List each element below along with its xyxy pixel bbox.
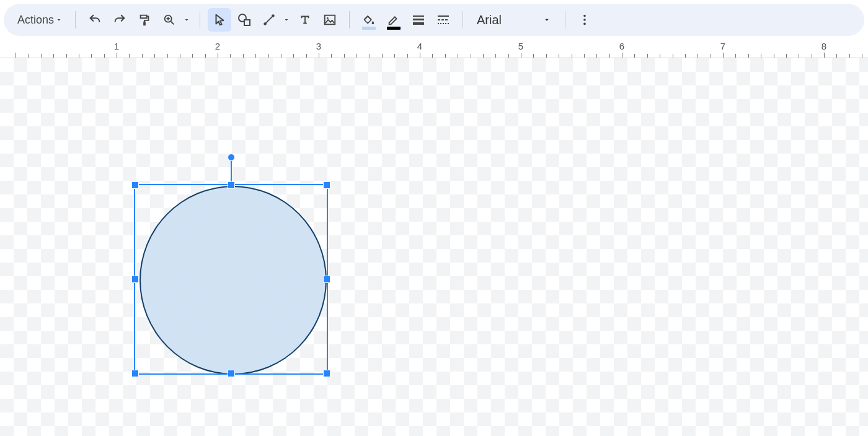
more-options-button[interactable] xyxy=(573,8,596,32)
svg-rect-22 xyxy=(448,23,449,24)
resize-handle-ne[interactable] xyxy=(323,181,330,189)
svg-rect-20 xyxy=(443,23,444,24)
line-dash-icon xyxy=(436,12,451,27)
separator xyxy=(75,11,76,28)
toolbar: Actions xyxy=(4,4,864,36)
line-tool-button[interactable] xyxy=(257,8,281,32)
svg-rect-19 xyxy=(440,23,441,24)
caret-down-icon xyxy=(283,16,290,24)
zoom-button[interactable] xyxy=(157,8,181,32)
svg-rect-9 xyxy=(325,15,335,25)
svg-line-6 xyxy=(265,16,273,24)
select-tool-button[interactable] xyxy=(208,8,231,32)
svg-line-1 xyxy=(171,22,174,25)
line-tool-group xyxy=(257,8,292,32)
redo-button[interactable] xyxy=(108,8,131,32)
fill-color-button[interactable] xyxy=(357,8,381,32)
cursor-icon xyxy=(213,13,226,27)
svg-point-24 xyxy=(583,19,586,21)
shapes-icon xyxy=(237,12,252,27)
svg-rect-11 xyxy=(413,15,424,17)
caret-down-icon xyxy=(55,16,63,24)
resize-handle-nw[interactable] xyxy=(131,181,139,189)
zoom-dropdown[interactable] xyxy=(181,16,192,24)
fill-color-swatch xyxy=(362,27,376,30)
border-weight-button[interactable] xyxy=(407,8,430,32)
line-icon xyxy=(262,13,276,27)
undo-icon xyxy=(88,13,102,27)
svg-point-10 xyxy=(327,17,329,19)
resize-handle-s[interactable] xyxy=(228,370,235,377)
resize-handle-e[interactable] xyxy=(323,276,330,283)
line-tool-dropdown[interactable] xyxy=(281,16,292,24)
svg-point-8 xyxy=(272,14,275,17)
paint-roller-icon xyxy=(138,13,151,27)
actions-menu[interactable]: Actions xyxy=(12,10,68,30)
border-color-button[interactable] xyxy=(382,8,405,32)
rotation-handle[interactable] xyxy=(228,154,235,161)
image-icon xyxy=(323,13,337,27)
svg-rect-5 xyxy=(244,20,250,25)
paint-format-button[interactable] xyxy=(133,8,156,32)
insert-image-button[interactable] xyxy=(318,8,342,32)
text-box-button[interactable] xyxy=(293,8,317,32)
zoom-button-group xyxy=(157,8,192,32)
separator xyxy=(565,11,565,28)
text-icon xyxy=(298,13,312,27)
svg-point-7 xyxy=(264,22,267,25)
svg-rect-14 xyxy=(438,15,449,17)
undo-button[interactable] xyxy=(83,8,107,32)
selection-bounding-box[interactable] xyxy=(134,184,328,375)
resize-handle-sw[interactable] xyxy=(131,370,139,377)
actions-label: Actions xyxy=(17,14,54,27)
zoom-icon xyxy=(162,13,176,27)
border-color-swatch xyxy=(387,27,401,30)
horizontal-ruler: 12345678 xyxy=(0,41,868,58)
svg-rect-21 xyxy=(445,23,446,24)
font-name-label: Arial xyxy=(477,13,502,27)
separator xyxy=(349,11,350,28)
separator xyxy=(463,11,463,28)
svg-rect-16 xyxy=(441,19,444,20)
resize-handle-w[interactable] xyxy=(131,276,139,283)
redo-icon xyxy=(113,13,126,27)
more-vert-icon xyxy=(578,13,591,27)
caret-down-icon xyxy=(542,15,551,24)
font-family-select[interactable]: Arial xyxy=(471,9,557,31)
svg-rect-15 xyxy=(438,19,440,20)
pencil-icon xyxy=(387,13,401,27)
shape-tool-button[interactable] xyxy=(232,8,256,32)
border-dash-button[interactable] xyxy=(432,8,455,32)
line-weight-icon xyxy=(411,12,426,27)
separator xyxy=(200,11,200,28)
svg-rect-18 xyxy=(438,23,439,24)
svg-point-25 xyxy=(583,23,586,25)
svg-rect-13 xyxy=(413,22,424,25)
drawing-canvas[interactable] xyxy=(0,58,868,436)
resize-handle-n[interactable] xyxy=(228,181,235,189)
paint-bucket-icon xyxy=(362,13,376,27)
svg-rect-12 xyxy=(413,19,424,20)
svg-point-23 xyxy=(583,15,586,17)
resize-handle-se[interactable] xyxy=(323,370,330,377)
svg-rect-17 xyxy=(445,19,448,20)
caret-down-icon xyxy=(183,16,190,24)
